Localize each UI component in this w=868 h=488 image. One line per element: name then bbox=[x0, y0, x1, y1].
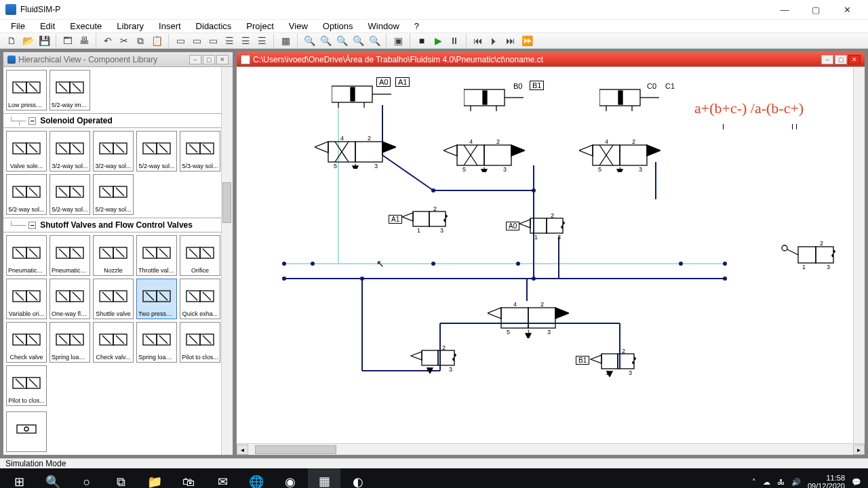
undo-icon[interactable]: ↶ bbox=[100, 33, 115, 48]
fast-forward-icon[interactable]: ⏩ bbox=[519, 33, 534, 48]
library-item[interactable]: Variable ori... bbox=[6, 279, 47, 319]
taskbar-clock[interactable]: 11:58 09/12/2020 bbox=[808, 474, 845, 488]
library-item[interactable]: Valve sole... bbox=[6, 131, 47, 171]
copy-icon[interactable]: ⧉ bbox=[133, 33, 148, 48]
tray-chevron-icon[interactable]: ˄ bbox=[752, 478, 756, 487]
library-section-shutoff[interactable]: └───– Shutoff Valves and Flow Control Va… bbox=[3, 218, 233, 232]
library-item[interactable]: Check valve bbox=[6, 322, 47, 363]
align-bottom-icon[interactable]: ☰ bbox=[254, 33, 269, 48]
canvas-titlebar[interactable]: C:\Users\ivoed\OneDrive\Área de Trabalho… bbox=[237, 52, 865, 67]
mail-icon[interactable]: ✉ bbox=[206, 468, 239, 488]
valve-3-2-a0[interactable]: 213 bbox=[518, 213, 572, 240]
collapse-icon[interactable]: – bbox=[28, 117, 36, 125]
valve-3-2-manual[interactable]: 213 bbox=[779, 240, 840, 270]
library-item[interactable]: Shuttle valve bbox=[93, 279, 134, 319]
library-titlebar[interactable]: Hierarchical View - Component Library – … bbox=[3, 52, 233, 67]
store-icon[interactable]: 🛍 bbox=[172, 468, 205, 488]
library-item[interactable]: 5/2-way sol... bbox=[6, 174, 47, 215]
library-item[interactable]: 5/2-way imp... bbox=[50, 70, 90, 110]
menu-library[interactable]: Library bbox=[110, 20, 151, 33]
panel-minimize-icon[interactable]: – bbox=[189, 55, 201, 64]
zoom-fit-icon[interactable]: 🔍 bbox=[318, 33, 333, 48]
cortana-icon[interactable]: ○ bbox=[71, 468, 103, 488]
skip-start-icon[interactable]: ⏮ bbox=[471, 33, 486, 48]
tray-volume-icon[interactable]: 🔊 bbox=[791, 478, 801, 487]
library-section-solenoid[interactable]: └─┬─– Solenoid Operated bbox=[3, 113, 233, 128]
align-left-icon[interactable]: ▭ bbox=[173, 33, 188, 48]
library-item[interactable]: 5/3-way sol... bbox=[180, 131, 220, 171]
valve-5-2-a[interactable]: 42 513 bbox=[315, 135, 396, 169]
tray-onedrive-icon[interactable]: ☁ bbox=[763, 478, 770, 487]
zoom-100-icon[interactable]: 🔍 bbox=[367, 33, 382, 48]
canvas-vscrollbar[interactable] bbox=[853, 67, 865, 443]
paste-icon[interactable]: 📋 bbox=[149, 33, 164, 48]
grid-icon[interactable]: ▦ bbox=[278, 33, 293, 48]
save-icon[interactable]: 💾 bbox=[37, 33, 52, 48]
menu-view[interactable]: View bbox=[282, 20, 315, 33]
print-icon[interactable]: 🖶 bbox=[77, 33, 92, 48]
library-item[interactable]: Two pressur... bbox=[136, 279, 177, 319]
stop-button[interactable]: ■ bbox=[414, 33, 429, 48]
align-center-icon[interactable]: ▭ bbox=[189, 33, 204, 48]
valve-5-2-b[interactable]: 42513 bbox=[443, 138, 525, 172]
cut-icon[interactable]: ✂ bbox=[117, 33, 132, 48]
scroll-right-icon[interactable]: ▸ bbox=[853, 445, 865, 455]
menu-help[interactable]: ? bbox=[408, 20, 426, 33]
panel-close-icon[interactable]: ✕ bbox=[848, 55, 861, 64]
panel-minimize-icon[interactable]: – bbox=[821, 55, 833, 64]
library-item[interactable]: 5/2-way sol... bbox=[50, 174, 90, 215]
start-button[interactable]: ⊞ bbox=[3, 468, 35, 488]
explorer-icon[interactable]: 📁 bbox=[138, 468, 171, 488]
pause-button[interactable]: ⏸ bbox=[447, 33, 462, 48]
zoom-out-icon[interactable]: 🔍 bbox=[302, 33, 317, 48]
library-item[interactable]: Nozzle bbox=[93, 235, 134, 276]
menu-insert[interactable]: Insert bbox=[152, 20, 188, 33]
taskview-icon[interactable]: ⧉ bbox=[104, 468, 137, 488]
library-item[interactable]: Spring loade... bbox=[50, 322, 90, 363]
collapse-icon[interactable]: – bbox=[28, 222, 36, 229]
library-item[interactable]: Check valv... bbox=[93, 322, 134, 363]
canvas-hscrollbar[interactable]: ◂ ▸ bbox=[237, 443, 865, 455]
library-vscrollbar[interactable] bbox=[221, 67, 233, 455]
menu-window[interactable]: Window bbox=[361, 20, 406, 33]
menu-edit[interactable]: Edit bbox=[33, 20, 62, 33]
open-icon[interactable]: 📂 bbox=[20, 33, 35, 48]
scrollbar-thumb[interactable] bbox=[255, 445, 336, 454]
menu-execute[interactable]: Execute bbox=[63, 20, 108, 33]
valve-5-2-group[interactable]: 42513 bbox=[488, 301, 569, 338]
valve-3-2-a1[interactable]: 213 bbox=[401, 206, 455, 233]
align-top-icon[interactable]: ☰ bbox=[222, 33, 237, 48]
library-item[interactable]: 5/2-way sol... bbox=[93, 174, 134, 215]
menu-didactics[interactable]: Didactics bbox=[189, 20, 239, 33]
menu-file[interactable]: File bbox=[4, 20, 32, 33]
zoom-in-icon[interactable]: 🔍 bbox=[351, 33, 366, 48]
chrome-icon[interactable]: ◉ bbox=[274, 468, 307, 488]
library-item[interactable]: Low pressur... bbox=[6, 70, 47, 110]
menu-project[interactable]: Project bbox=[239, 20, 280, 33]
obs-icon[interactable]: ◐ bbox=[342, 468, 374, 488]
library-item[interactable]: Pneumatic t... bbox=[50, 235, 90, 276]
library-item[interactable]: Pilot to clos... bbox=[6, 365, 47, 406]
library-item[interactable]: Pneumatic t... bbox=[6, 235, 47, 276]
edge-icon[interactable]: 🌐 bbox=[240, 468, 273, 488]
scrollbar-thumb[interactable] bbox=[222, 182, 231, 223]
library-item[interactable]: Quick exha... bbox=[180, 279, 220, 319]
library-item[interactable]: Orifice bbox=[180, 235, 220, 276]
zoom-area-icon[interactable]: 🔍 bbox=[334, 33, 349, 48]
library-item[interactable]: One-way flo... bbox=[50, 279, 90, 319]
library-item[interactable] bbox=[6, 411, 47, 452]
minimize-button[interactable]: — bbox=[769, 0, 800, 19]
library-item[interactable]: 3/2-way sol... bbox=[50, 131, 90, 171]
canvas[interactable]: A0 A1 B0 B1 C0 C1 a+(b+c-) /a-(b-c+) I I… bbox=[237, 67, 865, 443]
panel-maximize-icon[interactable]: ▢ bbox=[835, 55, 847, 64]
new-icon[interactable]: 🗋 bbox=[4, 33, 19, 48]
library-item[interactable]: 3/2-way sol... bbox=[93, 131, 134, 171]
maximize-button[interactable]: ▢ bbox=[800, 0, 831, 19]
library-item[interactable]: 5/2-way sol... bbox=[136, 131, 177, 171]
close-button[interactable]: ✕ bbox=[831, 0, 863, 19]
library-item[interactable]: Spring loade... bbox=[136, 322, 177, 363]
panel-maximize-icon[interactable]: ▢ bbox=[203, 55, 215, 64]
skip-end-icon[interactable]: ⏭ bbox=[503, 33, 518, 48]
play-button[interactable]: ▶ bbox=[431, 33, 446, 48]
panel-close-icon[interactable]: ✕ bbox=[216, 55, 229, 64]
